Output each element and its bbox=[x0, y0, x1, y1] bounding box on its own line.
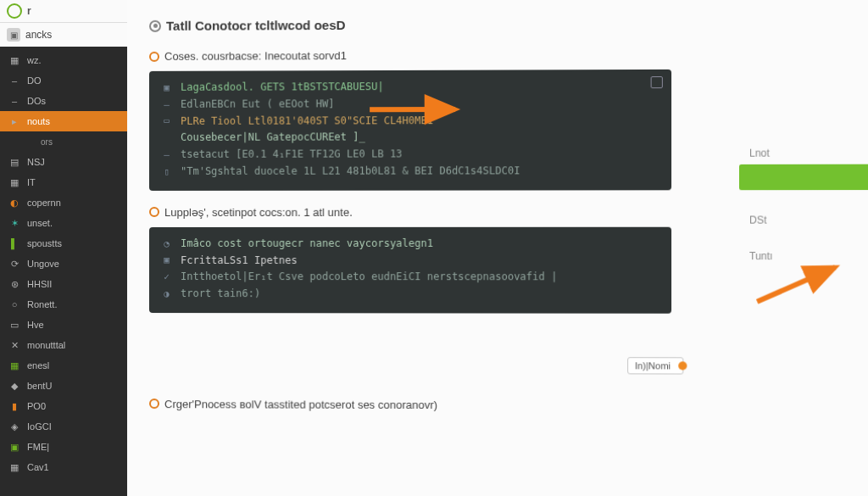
app-logo-icon bbox=[7, 3, 22, 19]
code-text: Cousebecer|NL GatepocCUREet ]_ bbox=[181, 130, 365, 147]
right-panel-row-2[interactable]: Tuntı bbox=[739, 250, 868, 262]
sidebar-item-8[interactable]: ✶unset. bbox=[0, 213, 127, 233]
right-panel-row-1[interactable]: DSt bbox=[739, 214, 868, 226]
code-text: FcrittaLSs1 Ipetnes bbox=[181, 253, 298, 270]
sidebar-item-icon: ▌ bbox=[8, 237, 20, 249]
sidebar-item-17[interactable]: ▮PO0 bbox=[0, 396, 127, 416]
page-title: Tatll Conotocr tcltlwcod oesD bbox=[166, 18, 345, 33]
code-block-2[interactable]: ◔Imâco cost ortougecr nanec vaycorsyaleg… bbox=[149, 227, 671, 314]
sidebar-item-1[interactable]: –DO bbox=[0, 70, 127, 91]
tag-chip[interactable]: In)|Nomi bbox=[627, 357, 687, 374]
gutter-icon: – bbox=[161, 97, 172, 112]
sidebar-item-icon: ✕ bbox=[8, 339, 20, 351]
sidebar-item-icon: ▦ bbox=[8, 176, 20, 188]
code-line: –EdlanEBCn Eut ( eEOot HW] bbox=[161, 95, 659, 113]
sidebar-item-icon: ✶ bbox=[8, 217, 20, 229]
step-2-caption: Luppləş', scetinpot cocs:on. 1 atl unte. bbox=[164, 206, 353, 219]
code-line: ◑trort tain6:) bbox=[161, 286, 659, 303]
sidebar-item-label: IоGCI bbox=[27, 421, 52, 432]
sidebar-item-13[interactable]: ▭Hve bbox=[0, 315, 127, 335]
code-line: –tsetacut [E0.1 4₁F1E TF12G LE0 LB 13 bbox=[161, 146, 659, 164]
svg-line-1 bbox=[757, 267, 835, 302]
sidebar-item-icon: ▣ bbox=[8, 441, 20, 453]
gutter-icon: ✓ bbox=[161, 270, 172, 285]
page-title-row: Tatll Conotocr tcltlwcod oesD bbox=[149, 15, 852, 33]
sidebar-item-label: copernn bbox=[27, 198, 61, 208]
right-panel-heading: Lnot bbox=[739, 147, 868, 159]
sidebar-item-icon: ◐ bbox=[8, 197, 20, 209]
step-3-caption: Crger'Pnocess вolV tasstited potcserot s… bbox=[164, 398, 437, 411]
copy-icon[interactable] bbox=[651, 76, 663, 88]
sidebar-item-7[interactable]: ◐copernn bbox=[0, 192, 127, 213]
code-text: trort tain6:) bbox=[181, 286, 260, 303]
code-block-1[interactable]: ▣LagaCasdool. GETS 1tBSTSTCABUESU|–Edlan… bbox=[149, 70, 671, 191]
sidebar-item-20[interactable]: ▦Cav1 bbox=[0, 457, 127, 477]
gutter-icon: ▣ bbox=[161, 81, 172, 96]
sidebar-item-icon: ○ bbox=[8, 298, 20, 310]
right-panel-active-row[interactable] bbox=[739, 164, 868, 191]
sidebar-item-icon bbox=[22, 136, 34, 148]
main-content: Tatll Conotocr tcltlwcod oesD Coses. cou… bbox=[127, 0, 868, 496]
sidebar-item-icon: ⟳ bbox=[8, 258, 20, 270]
sidebar-item-label: unset. bbox=[27, 218, 53, 228]
sidebar-item-0[interactable]: ▦wz. bbox=[0, 50, 127, 70]
sidebar-item-label: FME| bbox=[27, 442, 49, 452]
sidebar-item-label: IT bbox=[27, 177, 36, 187]
sidebar-item-label: HHSII bbox=[27, 279, 52, 289]
gutter-icon: ▣ bbox=[161, 253, 172, 268]
step-marker-icon bbox=[149, 51, 159, 61]
brand-row[interactable]: ▣ ancks bbox=[0, 23, 127, 47]
code-text: Imâco cost ortougecr nanec vaycorsyalegn… bbox=[181, 236, 433, 253]
step-marker-icon bbox=[149, 399, 159, 410]
sidebar-item-label: bentU bbox=[27, 381, 52, 391]
step-3-caption-row: Crger'Pnocess вolV tasstited potcserot s… bbox=[149, 398, 852, 413]
sidebar-item-label: wz. bbox=[27, 55, 42, 65]
sidebar-item-2[interactable]: –DOs bbox=[0, 91, 127, 111]
code-line: Cousebecer|NL GatepocCUREet ]_ bbox=[161, 129, 659, 147]
sidebar-item-11[interactable]: ⊛HHSII bbox=[0, 274, 127, 294]
sidebar-item-14[interactable]: ✕monutttal bbox=[0, 335, 127, 355]
sidebar-item-label: NSJ bbox=[27, 157, 45, 167]
app-header: r bbox=[0, 0, 127, 23]
sidebar-item-6[interactable]: ▦IT bbox=[0, 172, 127, 192]
gutter-icon: ▭ bbox=[161, 114, 172, 129]
sidebar-item-icon: ▤ bbox=[8, 156, 20, 168]
sidebar-item-16[interactable]: ◆bentU bbox=[0, 376, 127, 396]
step-1-caption: Coses. cousrbacse: Inecoutat sorvd1 bbox=[164, 49, 347, 63]
code-text: PLRe Tiool Ltl0181'040ST S0"SCIE CL4H0ME… bbox=[181, 113, 433, 131]
sidebar-item-15[interactable]: ▦enesl bbox=[0, 355, 127, 376]
sidebar-item-icon: ▦ bbox=[8, 54, 20, 66]
app-short-name: r bbox=[27, 5, 31, 17]
code-line: ▣FcrittaLSs1 Ipetnes bbox=[161, 253, 659, 270]
sidebar-item-3[interactable]: ▸nouts bbox=[0, 111, 127, 131]
sidebar-item-12[interactable]: ○Ronett. bbox=[0, 294, 127, 315]
sidebar-item-18[interactable]: ◈IоGCI bbox=[0, 416, 127, 437]
right-panel: Lnot DSt Tuntı bbox=[739, 147, 868, 262]
sidebar-item-icon: ▭ bbox=[8, 319, 20, 331]
sidebar-item-4[interactable]: ors bbox=[0, 131, 127, 152]
sidebar-item-label: spoustts bbox=[27, 238, 62, 248]
sidebar-item-label: Ronett. bbox=[27, 299, 57, 309]
sidebar-item-icon: ▦ bbox=[8, 461, 20, 473]
sidebar-item-label: ors bbox=[41, 137, 53, 147]
code-text: "Tm'Sgshtal duocele 1L L21 481b0L81 & BE… bbox=[181, 163, 520, 180]
title-bullet-icon bbox=[149, 20, 161, 31]
sidebar-item-5[interactable]: ▤NSJ bbox=[0, 152, 127, 172]
code-text: Intthoetol|Er₁t Csve podcoLeto eudnEiCI … bbox=[181, 269, 557, 286]
code-text: EdlanEBCn Eut ( eEOot HW] bbox=[181, 96, 334, 113]
sidebar-item-9[interactable]: ▌spoustts bbox=[0, 233, 127, 254]
sidebar-item-icon: ◈ bbox=[8, 421, 20, 432]
brand-label: ancks bbox=[25, 29, 52, 41]
sidebar-item-10[interactable]: ⟳Ungove bbox=[0, 254, 127, 274]
step-1-caption-row: Coses. cousrbacse: Inecoutat sorvd1 bbox=[149, 47, 852, 63]
sidebar-item-19[interactable]: ▣FME| bbox=[0, 437, 127, 457]
annotation-arrow-icon bbox=[753, 259, 849, 310]
sidebar-item-label: PO0 bbox=[27, 401, 46, 411]
sidebar-item-label: enesl bbox=[27, 360, 49, 371]
sidebar-item-label: nouts bbox=[27, 116, 50, 126]
gutter-icon: ◑ bbox=[161, 287, 172, 302]
code-line: ▯"Tm'Sgshtal duocele 1L L21 481b0L81 & B… bbox=[161, 163, 659, 181]
tag-chip-label: In)|Nomi bbox=[627, 357, 684, 374]
sidebar-nav: ▦wz.–DO–DOs▸noutsors▤NSJ▦IT◐copernn✶unse… bbox=[0, 47, 127, 496]
code-line: ✓Intthoetol|Er₁t Csve podcoLeto eudnEiCI… bbox=[161, 269, 659, 286]
